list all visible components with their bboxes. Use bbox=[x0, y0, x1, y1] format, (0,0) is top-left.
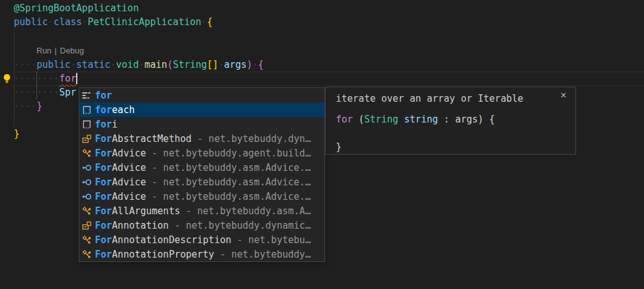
code-token: · bbox=[252, 59, 258, 70]
suggestion-item[interactable]: ForAbstractMethod - net.bytebuddy.dyn… bbox=[79, 131, 325, 146]
suggestion-label-match: for bbox=[95, 90, 112, 101]
suggestion-detail: - net.bytebuddy.dyn… bbox=[192, 133, 311, 144]
run-link[interactable]: Run bbox=[36, 46, 52, 55]
code-token: ········ bbox=[14, 73, 59, 84]
code-token: ( bbox=[353, 114, 364, 125]
suggestion-label-match: For bbox=[95, 234, 112, 246]
suggestion-item[interactable]: ForAdvice - net.bytebuddy.agent.build… bbox=[79, 146, 325, 160]
code-token: } bbox=[14, 128, 19, 139]
symbol-snippet-icon bbox=[82, 119, 92, 129]
suggestion-label-match: For bbox=[95, 191, 112, 202]
suggestion-label: Advice bbox=[112, 162, 146, 173]
code-editor: Run|Debug @SpringBootApplicationpublic·c… bbox=[0, 0, 644, 289]
code-token: } bbox=[336, 141, 341, 153]
code-token: { bbox=[258, 59, 264, 70]
code-token: ( bbox=[167, 59, 173, 70]
current-line-highlight bbox=[13, 72, 644, 86]
suggestion-item[interactable]: ForAnnotation - net.bytebuddy.dynamic… bbox=[79, 218, 325, 232]
symbol-enum-icon bbox=[82, 235, 92, 245]
doc-code-line-1: for (String string : args) { bbox=[336, 112, 495, 126]
suggestion-description: iterate over an array or Iterable bbox=[336, 92, 523, 106]
code-line-2[interactable]: public·class·PetClinicApplication·{ bbox=[14, 15, 213, 29]
code-line-1[interactable]: @SpringBootApplication bbox=[14, 1, 139, 15]
code-token: void bbox=[116, 59, 139, 70]
suggestion-label: each bbox=[112, 104, 135, 116]
suggest-widget: forforeachforiForAbstractMethod - net.by… bbox=[79, 87, 325, 262]
suggestion-item[interactable]: ForAllArguments - net.bytebuddy.asm.A… bbox=[79, 204, 325, 218]
code-token: { bbox=[207, 16, 213, 28]
code-token: String bbox=[364, 114, 398, 125]
code-token: · bbox=[218, 59, 224, 70]
code-token: public bbox=[36, 59, 70, 70]
symbol-interface-icon bbox=[82, 163, 92, 173]
suggestion-item[interactable]: for bbox=[79, 88, 325, 102]
debug-link[interactable]: Debug bbox=[60, 46, 84, 55]
suggestion-label: Annotation bbox=[112, 220, 169, 231]
suggestion-label-match: For bbox=[95, 249, 112, 260]
suggestion-label: i bbox=[112, 119, 118, 130]
code-token: for bbox=[336, 114, 353, 125]
code-token: string bbox=[404, 114, 438, 125]
suggestion-item[interactable]: ForAnnotationDescription - net.bytebu… bbox=[79, 232, 325, 247]
code-line-6[interactable]: ········Spr bbox=[14, 85, 76, 99]
code-token: ) bbox=[247, 59, 252, 70]
suggestion-label: AbstractMethod bbox=[112, 133, 191, 144]
code-token: · bbox=[201, 16, 207, 28]
symbol-interface-icon bbox=[82, 192, 92, 202]
symbol-enum-icon bbox=[82, 206, 92, 216]
suggestion-label: Advice bbox=[112, 177, 146, 188]
code-token: main bbox=[145, 59, 167, 70]
symbol-class-icon bbox=[82, 134, 92, 144]
suggestion-label: AnnotationDescription bbox=[112, 234, 231, 246]
suggestion-label-match: For bbox=[95, 220, 112, 231]
suggestion-label: Advice bbox=[112, 191, 146, 202]
code-token: @SpringBootApplication bbox=[14, 3, 139, 14]
symbol-keyword-icon bbox=[82, 90, 92, 101]
suggest-details-popup: iterate over an array or Iterable × for … bbox=[325, 87, 576, 155]
suggestion-label-match: For bbox=[95, 148, 112, 159]
code-token: ···· bbox=[14, 101, 36, 112]
code-lens: Run|Debug bbox=[36, 44, 84, 58]
suggestion-detail: - net.bytebuddy.dynamic… bbox=[169, 220, 311, 231]
code-token: static bbox=[76, 59, 110, 70]
code-line-7[interactable]: ····} bbox=[14, 99, 42, 113]
code-token: Spr bbox=[59, 87, 76, 98]
suggestion-item[interactable]: fori bbox=[79, 117, 325, 131]
suggestion-detail: - net.bytebuddy… bbox=[214, 249, 311, 260]
code-lens-separator: | bbox=[55, 46, 57, 55]
suggestion-label-match: for bbox=[95, 104, 112, 116]
text-cursor bbox=[76, 73, 77, 84]
code-token: String bbox=[173, 59, 207, 70]
code-token: · bbox=[70, 59, 76, 70]
code-token: · bbox=[111, 59, 116, 70]
code-line-4[interactable]: ····public·static·void·main(String[]·arg… bbox=[14, 58, 264, 72]
code-token: · bbox=[48, 16, 53, 28]
suggestion-item[interactable]: foreach bbox=[79, 102, 325, 117]
code-token: public bbox=[14, 16, 48, 28]
suggestion-detail: - net.bytebuddy.asm.Advice.… bbox=[146, 162, 311, 173]
symbol-enum-icon bbox=[82, 249, 92, 259]
lightbulb-icon[interactable] bbox=[2, 74, 12, 84]
code-line-5[interactable]: ········for bbox=[14, 72, 77, 85]
suggestion-label: AllArguments bbox=[112, 205, 180, 217]
code-token: class bbox=[53, 16, 82, 28]
suggestion-detail: - net.bytebuddy.asm.Advice.… bbox=[146, 177, 311, 188]
suggestion-label-match: For bbox=[95, 177, 112, 188]
suggestion-detail: - net.bytebuddy.asm.Advice.… bbox=[146, 191, 311, 202]
suggestion-detail: - net.bytebu… bbox=[231, 234, 311, 246]
code-token: : args) { bbox=[438, 114, 495, 125]
suggestion-item[interactable]: ForAdvice - net.bytebuddy.asm.Advice.… bbox=[79, 189, 325, 204]
suggestion-item[interactable]: ForAnnotationProperty - net.bytebuddy… bbox=[79, 247, 325, 261]
code-token: ···· bbox=[14, 59, 36, 70]
suggestion-label-match: For bbox=[95, 133, 112, 144]
suggestion-label-match: for bbox=[95, 119, 112, 130]
symbol-class-icon bbox=[82, 221, 92, 231]
close-icon[interactable]: × bbox=[558, 90, 569, 101]
doc-code-line-3: } bbox=[336, 140, 341, 154]
suggestion-item[interactable]: ForAdvice - net.bytebuddy.asm.Advice.… bbox=[79, 160, 325, 175]
code-line-9[interactable]: } bbox=[14, 127, 19, 141]
suggestion-detail: - net.bytebuddy.asm.A… bbox=[180, 205, 311, 217]
suggestion-item[interactable]: ForAdvice - net.bytebuddy.asm.Advice.… bbox=[79, 175, 325, 189]
code-token: PetClinicApplication bbox=[87, 16, 201, 28]
symbol-enum-icon bbox=[82, 148, 92, 158]
